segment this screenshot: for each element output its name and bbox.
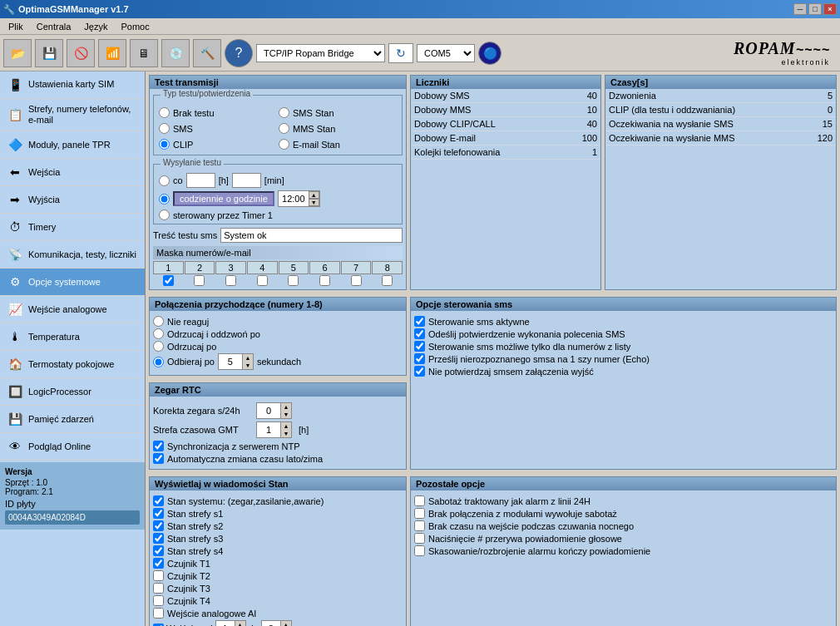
sidebar-item-wyjscia[interactable]: ➡ Wyjścia bbox=[0, 186, 145, 214]
mask-cb-8[interactable] bbox=[382, 275, 393, 286]
time-input[interactable] bbox=[279, 191, 309, 206]
sms-opt-3[interactable]: Prześlij nierozpoznanego smsa na 1 szy n… bbox=[414, 353, 833, 364]
connect-button[interactable]: 🔵 bbox=[478, 42, 502, 65]
strefa-spin[interactable]: ▲ ▼ bbox=[256, 421, 292, 438]
sekundy-down-btn[interactable]: ▼ bbox=[242, 362, 253, 369]
sidebar-item-analogowe[interactable]: 📈 Wejście analogowe bbox=[0, 296, 145, 323]
sms-opt-2[interactable]: Sterowanie sms możliwe tylko dla numerów… bbox=[414, 341, 833, 352]
pozostale-opt-0[interactable]: Sabotaż traktowany jak alarm z linii 24H bbox=[414, 495, 833, 506]
sekundy-spin[interactable]: ▲ ▼ bbox=[218, 353, 254, 370]
mask-cb-7[interactable] bbox=[351, 275, 362, 286]
radio-clip[interactable]: CLIP bbox=[159, 139, 277, 150]
sidebar-item-temperatura[interactable]: 🌡 Temperatura bbox=[0, 323, 145, 351]
menu-centrala[interactable]: Centrala bbox=[30, 20, 78, 33]
radio-co[interactable] bbox=[159, 175, 170, 186]
co-hours-input[interactable] bbox=[186, 173, 215, 188]
sync-ntp-cb[interactable] bbox=[153, 441, 164, 451]
tool-button[interactable]: 🔨 bbox=[193, 39, 221, 67]
cancel-button[interactable]: 🚫 bbox=[67, 39, 95, 67]
wys-stan-sys[interactable]: Stan systemu: (zegar,zasilanie,awarie) bbox=[153, 495, 403, 506]
cpu-button[interactable]: 🖥 bbox=[130, 39, 158, 67]
sidebar-item-timery[interactable]: ⏱ Timery bbox=[0, 214, 145, 241]
sync-ntp-row[interactable]: Synchronizacja z serwerem NTP bbox=[153, 441, 403, 451]
chip-button[interactable]: 💿 bbox=[161, 39, 190, 67]
sidebar-item-strefy[interactable]: 📋 Strefy, numery telefonów, e-mail bbox=[0, 99, 145, 131]
strefa-down-btn[interactable]: ▼ bbox=[280, 430, 291, 437]
korekta-down-btn[interactable]: ▼ bbox=[280, 411, 291, 418]
wys-wejscia-cb[interactable] bbox=[153, 624, 164, 627]
auto-zmiana-row[interactable]: Automatyczna zmiana czasu lato/zima bbox=[153, 453, 403, 464]
radio-nie-reaguj[interactable]: Nie reaguj bbox=[153, 316, 403, 327]
strefa-up-btn[interactable]: ▲ bbox=[280, 422, 291, 430]
connection-select[interactable]: TCP/IP Ropam Bridge bbox=[256, 44, 385, 62]
mask-cb-4[interactable] bbox=[257, 275, 268, 286]
close-button[interactable]: × bbox=[823, 3, 837, 15]
pozostale-opt-2[interactable]: Brak czasu na wejście podczas czuwania n… bbox=[414, 520, 833, 531]
sidebar-item-pamiec[interactable]: 💾 Pamięć zdarzeń bbox=[0, 406, 145, 433]
wys-t4[interactable]: Czujnik T4 bbox=[153, 595, 403, 606]
mask-cb-6[interactable] bbox=[319, 275, 330, 286]
wejscia-do-up[interactable]: ▲ bbox=[280, 621, 291, 626]
wejscia-do-spin[interactable]: ▲ ▼ bbox=[261, 620, 292, 626]
sidebar-item-moduly[interactable]: 🔷 Moduły, panele TPR bbox=[0, 131, 145, 159]
radio-sms[interactable]: SMS bbox=[159, 123, 277, 134]
menu-pomoc[interactable]: Pomoc bbox=[114, 20, 156, 33]
wys-t3[interactable]: Czujnik T3 bbox=[153, 583, 403, 594]
save-button[interactable]: 💾 bbox=[35, 39, 63, 67]
wejscia-do-input[interactable] bbox=[262, 621, 280, 626]
korekta-spin[interactable]: ▲ ▼ bbox=[256, 402, 292, 419]
wys-s4[interactable]: Stan strefy s4 bbox=[153, 545, 403, 556]
wys-ai[interactable]: Wejście analogowe AI bbox=[153, 608, 403, 619]
radio-sms-stan[interactable]: SMS Stan bbox=[279, 107, 397, 118]
wys-t1[interactable]: Czujnik T1 bbox=[153, 558, 403, 569]
sidebar-item-podglad[interactable]: 👁 Podgląd Online bbox=[0, 433, 145, 461]
pozostale-opt-4[interactable]: Skasowanie/rozbrojenie alarmu kończy pow… bbox=[414, 545, 833, 556]
auto-zmiana-cb[interactable] bbox=[153, 453, 164, 464]
wejscia-od-spin[interactable]: ▲ ▼ bbox=[215, 620, 246, 626]
time-down-btn[interactable]: ▼ bbox=[309, 199, 319, 206]
sidebar-item-sim[interactable]: 📱 Ustawienia karty SIM bbox=[0, 71, 145, 99]
sidebar-item-komunikacja[interactable]: 📡 Komunikacja, testy, liczniki bbox=[0, 241, 145, 269]
radio-odbieraj-po[interactable]: Odbieraj po ▲ ▼ sekundach bbox=[153, 353, 403, 370]
pozostale-opt-3[interactable]: Naciśnięcie # przerywa powiadomienie gło… bbox=[414, 533, 833, 544]
time-up-btn[interactable]: ▲ bbox=[309, 191, 319, 199]
minimize-button[interactable]: ─ bbox=[793, 3, 807, 15]
strefa-input[interactable] bbox=[257, 422, 280, 437]
sidebar-item-wejscia[interactable]: ⬅ Wejścia bbox=[0, 159, 145, 186]
signal-button[interactable]: 📶 bbox=[98, 39, 126, 67]
radio-brak-testu[interactable]: Brak testu bbox=[159, 107, 277, 118]
wys-s3[interactable]: Stan strefy s3 bbox=[153, 533, 403, 544]
sekundy-up-btn[interactable]: ▲ bbox=[242, 354, 253, 362]
mask-cb-1[interactable] bbox=[163, 275, 174, 286]
radio-odrzucaj-po[interactable]: Odrzucaj po bbox=[153, 341, 403, 352]
mask-cb-5[interactable] bbox=[288, 275, 299, 286]
sidebar-item-opcje[interactable]: ⚙ Opcje systemowe bbox=[0, 269, 145, 296]
open-button[interactable]: 📂 bbox=[3, 39, 32, 67]
radio-odrzucaj-oddzwon[interactable]: Odrzucaj i oddzwoń po bbox=[153, 328, 403, 339]
mask-cb-3[interactable] bbox=[225, 275, 236, 286]
sekundy-input[interactable] bbox=[219, 354, 242, 369]
mask-cb-2[interactable] bbox=[194, 275, 205, 286]
port-select[interactable]: COM5 bbox=[417, 44, 475, 62]
sms-opt-4[interactable]: Nie potwierdzaj smsem załączenia wyjść bbox=[414, 366, 833, 377]
menu-plik[interactable]: Plik bbox=[2, 20, 30, 33]
help-button[interactable]: ? bbox=[225, 39, 253, 67]
wys-s1[interactable]: Stan strefy s1 bbox=[153, 508, 403, 519]
pozostale-opt-1[interactable]: Brak połączenia z modułami wywołuje sabo… bbox=[414, 508, 833, 519]
radio-codziennie[interactable] bbox=[159, 194, 170, 205]
wejscia-od-up[interactable]: ▲ bbox=[235, 621, 245, 626]
menu-jezyk[interactable]: Język bbox=[77, 20, 114, 33]
tresc-input[interactable] bbox=[220, 228, 403, 243]
radio-sterowany[interactable] bbox=[159, 209, 170, 220]
sms-opt-0[interactable]: Sterowanie sms aktywne bbox=[414, 316, 833, 327]
sidebar-item-logic[interactable]: 🔲 LogicProcessor bbox=[0, 378, 145, 406]
codziennie-field[interactable]: codziennie o godzinie bbox=[173, 191, 274, 206]
refresh-button[interactable]: ↻ bbox=[388, 43, 413, 63]
radio-mms-stan[interactable]: MMS Stan bbox=[279, 123, 397, 134]
sms-opt-1[interactable]: Odeślij potwierdzenie wykonania poleceni… bbox=[414, 328, 833, 339]
korekta-up-btn[interactable]: ▲ bbox=[280, 403, 291, 411]
sidebar-item-termostaty[interactable]: 🏠 Termostaty pokojowe bbox=[0, 351, 145, 378]
maximize-button[interactable]: □ bbox=[808, 3, 822, 15]
wys-t2[interactable]: Czujnik T2 bbox=[153, 570, 403, 581]
co-min-input[interactable] bbox=[232, 173, 261, 188]
